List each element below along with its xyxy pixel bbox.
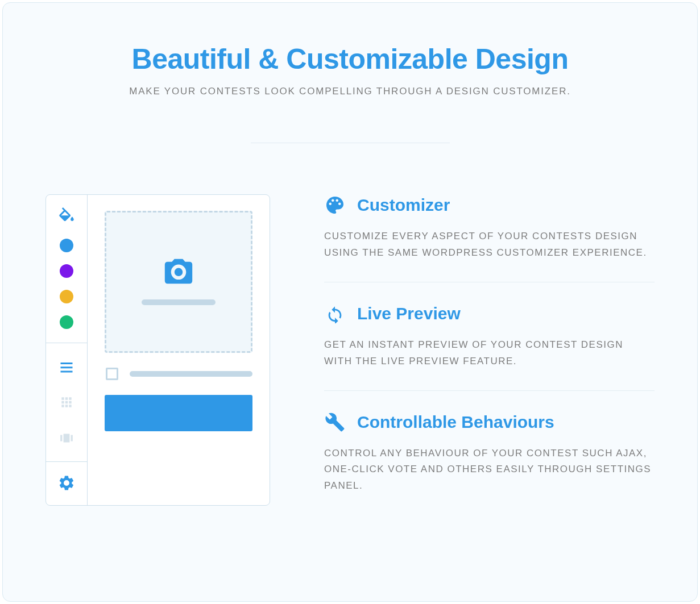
feature-behaviours: Controllable Behaviours CONTROL ANY BEHA… — [324, 390, 655, 515]
mock-sidebar — [46, 195, 88, 505]
color-swatch-green[interactable] — [60, 315, 73, 329]
mock-sidebar-colors — [46, 195, 87, 343]
color-swatch-yellow[interactable] — [60, 290, 73, 303]
feature-desc: CUSTOMIZE EVERY ASPECT OF YOUR CONTESTS … — [324, 228, 655, 261]
wrench-icon — [324, 411, 346, 433]
refresh-icon — [324, 303, 346, 324]
mock-sidebar-layout — [46, 343, 87, 462]
paint-bucket-icon — [57, 207, 76, 227]
feature-title: Controllable Behaviours — [357, 413, 554, 432]
feature-live-preview: Live Preview GET AN INSTANT PREVIEW OF Y… — [324, 282, 655, 390]
feature-desc: GET AN INSTANT PREVIEW OF YOUR CONTEST D… — [324, 337, 655, 370]
feature-list: Customizer CUSTOMIZE EVERY ASPECT OF YOU… — [324, 194, 655, 515]
divider — [251, 143, 450, 143]
feature-header: Controllable Behaviours — [324, 411, 655, 433]
promo-card: Beautiful & Customizable Design MAKE YOU… — [2, 2, 698, 602]
checkbox-row — [105, 368, 252, 380]
grid-icon[interactable] — [58, 394, 75, 411]
gear-icon[interactable] — [58, 474, 75, 491]
submit-button[interactable] — [105, 395, 252, 431]
menu-icon[interactable] — [58, 358, 75, 375]
camera-icon — [162, 259, 195, 287]
page-title: Beautiful & Customizable Design — [43, 43, 657, 76]
feature-title: Live Preview — [357, 304, 461, 323]
feature-header: Customizer — [324, 194, 655, 216]
feature-header: Live Preview — [324, 303, 655, 324]
mock-canvas — [88, 195, 270, 505]
image-dropzone[interactable] — [105, 211, 252, 353]
feature-title: Customizer — [357, 195, 450, 215]
palette-icon — [324, 194, 346, 216]
customizer-mock — [45, 194, 270, 506]
color-swatch-purple[interactable] — [60, 264, 73, 278]
checkbox[interactable] — [106, 368, 118, 380]
color-swatch-blue[interactable] — [60, 239, 73, 252]
feature-desc: CONTROL ANY BEHAVIOUR OF YOUR CONTEST SU… — [324, 445, 655, 495]
placeholder-bar — [142, 299, 216, 305]
carousel-icon[interactable] — [58, 430, 75, 447]
content-row: Customizer CUSTOMIZE EVERY ASPECT OF YOU… — [43, 194, 657, 515]
placeholder-text — [130, 371, 252, 377]
feature-customizer: Customizer CUSTOMIZE EVERY ASPECT OF YOU… — [324, 194, 655, 282]
page-subtitle: MAKE YOUR CONTESTS LOOK COMPELLING THROU… — [43, 86, 657, 97]
mock-sidebar-settings — [46, 462, 87, 505]
